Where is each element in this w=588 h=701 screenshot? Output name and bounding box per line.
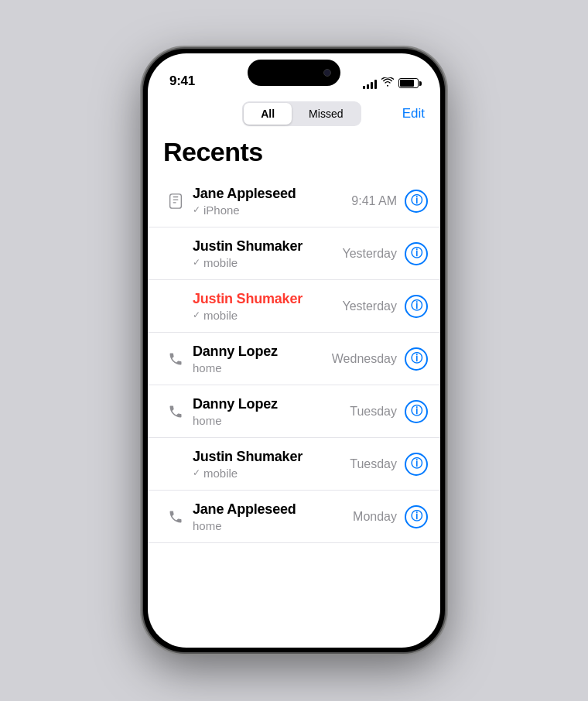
checkmark-icon-6: ✓ (193, 467, 200, 478)
status-time: 9:41 (169, 74, 195, 89)
call-time-1: 9:41 AM (351, 194, 397, 208)
phone-screen: 9:41 (148, 53, 440, 648)
call-type-text-6: mobile (203, 467, 238, 480)
segment-control: All Missed (242, 101, 361, 126)
call-info-5: Danny Lopez home (193, 396, 350, 427)
segment-control-row: All Missed Edit (148, 95, 440, 134)
caller-name-7: Jane Appleseed (193, 501, 353, 518)
call-item-1[interactable]: Jane Appleseed ✓ iPhone 9:41 AM ⓘ (148, 175, 440, 227)
call-type-text-5: home (193, 414, 222, 427)
checkmark-icon-3: ✓ (193, 309, 200, 320)
call-time-7: Monday (353, 510, 397, 524)
call-time-5: Tuesday (350, 405, 397, 419)
call-info-1: Jane Appleseed ✓ iPhone (193, 186, 351, 217)
call-type-row-4: home (193, 361, 332, 374)
call-info-4: Danny Lopez home (193, 344, 332, 374)
call-meta-3: Yesterday ⓘ (342, 295, 428, 318)
call-type-icon-1 (163, 193, 188, 210)
call-type-icon-4 (163, 351, 188, 367)
wifi-icon (381, 77, 394, 89)
call-type-text-7: home (193, 519, 222, 532)
info-button-4[interactable]: ⓘ (405, 347, 428, 371)
call-type-text-1: iPhone (203, 203, 240, 217)
call-type-row-5: home (193, 414, 350, 427)
info-button-1[interactable]: ⓘ (405, 190, 428, 213)
caller-name-6: Justin Shumaker (193, 449, 350, 465)
call-time-6: Tuesday (350, 457, 397, 471)
call-type-icon-7 (163, 509, 188, 525)
signal-bar-4 (374, 80, 377, 89)
caller-name-1: Jane Appleseed (193, 186, 351, 202)
svg-rect-0 (170, 193, 182, 207)
camera-dot (323, 69, 331, 77)
call-meta-7: Monday ⓘ (353, 505, 428, 528)
call-item-2[interactable]: Justin Shumaker ✓ mobile Yesterday ⓘ (148, 227, 440, 280)
call-time-2: Yesterday (342, 247, 397, 261)
call-meta-1: 9:41 AM ⓘ (351, 190, 428, 213)
dynamic-island (248, 60, 340, 86)
info-button-6[interactable]: ⓘ (405, 453, 428, 476)
call-type-row-2: ✓ mobile (193, 256, 342, 269)
call-meta-5: Tuesday ⓘ (350, 400, 428, 423)
call-meta-6: Tuesday ⓘ (350, 453, 428, 476)
call-info-3: Justin Shumaker ✓ mobile (193, 291, 342, 322)
segment-all[interactable]: All (244, 103, 292, 125)
phone-frame: 9:41 (143, 49, 445, 652)
call-item-7[interactable]: Jane Appleseed home Monday ⓘ (148, 491, 440, 543)
battery-icon (398, 78, 419, 88)
call-list: Jane Appleseed ✓ iPhone 9:41 AM ⓘ Justin… (148, 175, 440, 648)
edit-button[interactable]: Edit (402, 106, 425, 121)
call-type-row-7: home (193, 519, 353, 532)
call-type-row-3: ✓ mobile (193, 309, 342, 322)
status-icons (363, 77, 419, 89)
call-type-text-4: home (193, 361, 222, 374)
info-button-3[interactable]: ⓘ (405, 295, 428, 318)
segment-missed[interactable]: Missed (292, 103, 360, 125)
call-type-icon-5 (163, 404, 188, 419)
signal-bars-icon (363, 78, 377, 89)
info-button-5[interactable]: ⓘ (405, 400, 428, 423)
call-time-4: Wednesday (332, 352, 397, 366)
call-item-6[interactable]: Justin Shumaker ✓ mobile Tuesday ⓘ (148, 438, 440, 491)
call-meta-4: Wednesday ⓘ (332, 347, 428, 371)
call-meta-2: Yesterday ⓘ (342, 242, 428, 265)
call-time-3: Yesterday (342, 299, 397, 313)
signal-bar-2 (367, 84, 369, 89)
call-type-text-2: mobile (203, 256, 238, 269)
info-button-2[interactable]: ⓘ (405, 242, 428, 265)
call-info-7: Jane Appleseed home (193, 501, 353, 532)
battery-fill (400, 80, 414, 87)
call-type-text-3: mobile (203, 309, 238, 322)
caller-name-3: Justin Shumaker (193, 291, 342, 307)
checkmark-icon-2: ✓ (193, 257, 200, 268)
info-button-7[interactable]: ⓘ (405, 505, 428, 528)
call-item-5[interactable]: Danny Lopez home Tuesday ⓘ (148, 385, 440, 438)
signal-bar-1 (363, 86, 365, 89)
checkmark-icon-1: ✓ (193, 204, 200, 215)
caller-name-5: Danny Lopez (193, 396, 350, 412)
status-bar: 9:41 (148, 53, 440, 95)
call-item-3[interactable]: Justin Shumaker ✓ mobile Yesterday ⓘ (148, 280, 440, 333)
page-title: Recents (148, 134, 440, 175)
call-type-row-6: ✓ mobile (193, 467, 350, 480)
call-info-6: Justin Shumaker ✓ mobile (193, 449, 350, 480)
caller-name-2: Justin Shumaker (193, 238, 342, 255)
caller-name-4: Danny Lopez (193, 344, 332, 360)
call-info-2: Justin Shumaker ✓ mobile (193, 238, 342, 269)
call-item-4[interactable]: Danny Lopez home Wednesday ⓘ (148, 333, 440, 385)
call-type-row-1: ✓ iPhone (193, 203, 351, 217)
signal-bar-3 (371, 82, 373, 89)
